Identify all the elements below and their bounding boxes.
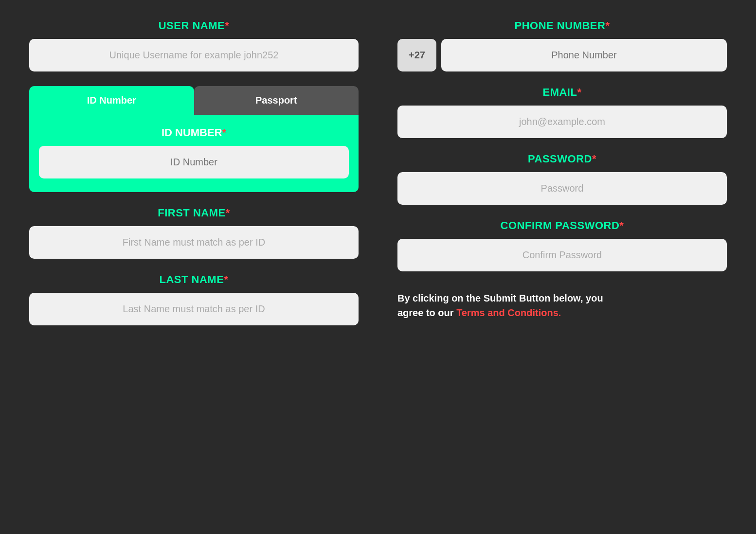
firstname-label: FIRST NAME* bbox=[158, 207, 230, 219]
email-input[interactable] bbox=[397, 106, 727, 138]
username-input[interactable] bbox=[29, 39, 359, 71]
terms-text: By clicking on the Submit Button below, … bbox=[397, 286, 727, 325]
lastname-input[interactable] bbox=[29, 293, 359, 325]
id-number-label: ID NUMBER* bbox=[162, 126, 226, 139]
firstname-input[interactable] bbox=[29, 226, 359, 259]
phone-row: +27 bbox=[397, 39, 727, 71]
id-content-panel: ID NUMBER* bbox=[29, 115, 359, 192]
password-group: PASSWORD* bbox=[397, 153, 727, 205]
phone-label: PHONE NUMBER* bbox=[515, 19, 610, 32]
phone-group: PHONE NUMBER* +27 bbox=[397, 19, 727, 71]
phone-prefix: +27 bbox=[397, 39, 436, 71]
username-label: USER NAME* bbox=[159, 19, 230, 32]
terms-link[interactable]: Terms and Conditions. bbox=[456, 307, 561, 318]
email-group: EMAIL* bbox=[397, 86, 727, 138]
lastname-label: LAST NAME* bbox=[160, 273, 229, 286]
tab-id-number[interactable]: ID Number bbox=[29, 86, 194, 115]
confirm-password-group: CONFIRM PASSWORD* bbox=[397, 219, 727, 271]
tab-passport[interactable]: Passport bbox=[194, 86, 359, 115]
phone-input[interactable] bbox=[441, 39, 727, 71]
lastname-group: LAST NAME* bbox=[29, 273, 359, 325]
id-number-input[interactable] bbox=[39, 146, 349, 178]
username-group: USER NAME* bbox=[29, 19, 359, 71]
password-label: PASSWORD* bbox=[528, 153, 596, 165]
firstname-group: FIRST NAME* bbox=[29, 207, 359, 259]
left-column: USER NAME* ID Number Passport ID NUMBER* bbox=[29, 19, 359, 325]
password-input[interactable] bbox=[397, 172, 727, 205]
id-tab-bar: ID Number Passport bbox=[29, 86, 359, 115]
email-label: EMAIL* bbox=[542, 86, 581, 99]
confirm-password-input[interactable] bbox=[397, 239, 727, 271]
confirm-password-label: CONFIRM PASSWORD* bbox=[501, 219, 624, 232]
registration-form: USER NAME* ID Number Passport ID NUMBER* bbox=[29, 19, 727, 325]
right-column: PHONE NUMBER* +27 EMAIL* PASSWORD* bbox=[397, 19, 727, 325]
id-section: ID Number Passport ID NUMBER* bbox=[29, 86, 359, 192]
